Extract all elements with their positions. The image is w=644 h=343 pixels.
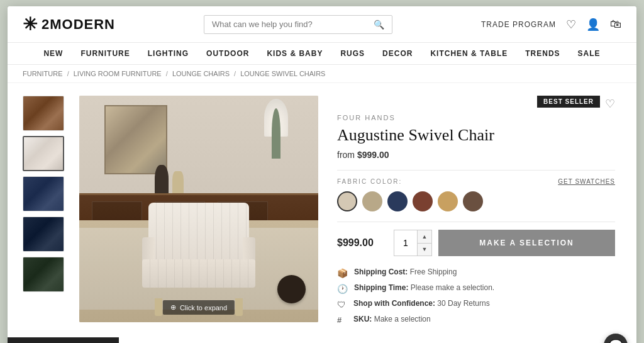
expand-icon: ⊕ (170, 303, 176, 312)
breadcrumb: FURNITURE / LIVING ROOM FURNITURE / LOUN… (8, 65, 636, 83)
swatch-rust[interactable] (413, 191, 433, 211)
breadcrumb-furniture[interactable]: FURNITURE (23, 70, 63, 77)
chat-icon: 💬 (609, 339, 623, 343)
wishlist-icon[interactable]: ♡ (566, 18, 576, 31)
thumbnail-5[interactable] (23, 257, 64, 292)
badge-area: ♡ BEST SELLER (337, 96, 615, 114)
shipping-time-value: Please make a selection. (411, 283, 494, 292)
search-bar: 🔍 (204, 15, 392, 34)
logo-star-icon: ✳ (23, 14, 38, 35)
sku-icon: # (337, 315, 347, 325)
product-wishlist-icon[interactable]: ♡ (605, 97, 615, 111)
main-product-image[interactable]: ⊕ Click to expand (79, 96, 318, 322)
swatch-camel[interactable] (438, 191, 458, 211)
expand-button[interactable]: ⊕ Click to expand (163, 300, 235, 315)
shipping-cost-value: Free Shipping (410, 267, 457, 276)
add-to-cart-row: $999.00 ▲ ▼ MAKE A SELECTION (337, 230, 615, 256)
nav-item-decor[interactable]: DECOR (382, 49, 413, 58)
top-header: ✳ 2MODERN 🔍 TRADE PROGRAM ♡ 👤 🛍 (8, 6, 636, 43)
meta-sku: # SKU: Make a selection (337, 315, 615, 325)
confidence-value: 30 Day Returns (437, 299, 489, 308)
make-selection-button[interactable]: MAKE A SELECTION (438, 230, 615, 256)
promo-banner[interactable]: GET $50 OFF $400+ (8, 337, 119, 343)
logo-text: 2MODERN (42, 16, 115, 33)
nav-item-lighting[interactable]: LIGHTING (148, 49, 189, 58)
thumbnail-3[interactable] (23, 176, 64, 211)
fabric-color-label: FABRIC COLOR: GET SWATCHES (337, 178, 615, 185)
product-info: ♡ BEST SELLER FOUR HANDS Augustine Swive… (331, 96, 621, 325)
shipping-time-icon: 🕐 (337, 284, 348, 294)
expand-label: Click to expand (180, 304, 227, 312)
swatch-navy[interactable] (387, 191, 408, 211)
qty-decrement-button[interactable]: ▼ (418, 244, 431, 256)
logo[interactable]: ✳ 2MODERN (23, 14, 115, 35)
search-icon[interactable]: 🔍 (374, 20, 384, 30)
qty-increment-button[interactable]: ▲ (418, 230, 431, 244)
product-area: ⊕ Click to expand ♡ BEST SELLER FOUR HAN… (8, 83, 636, 337)
swatch-cream[interactable] (337, 191, 357, 211)
trade-program-link[interactable]: TRADE PROGRAM (481, 20, 556, 29)
breadcrumb-lounge-chairs[interactable]: LOUNGE CHAIRS (172, 70, 230, 77)
swatch-chocolate[interactable] (463, 191, 483, 211)
nav-item-furniture[interactable]: FURNITURE (80, 49, 130, 58)
quantity-input[interactable] (394, 230, 417, 256)
shipping-time-label: Shipping Time: (354, 283, 411, 292)
price-from: from $999.00 (337, 150, 615, 160)
product-meta: 📦 Shipping Cost: Free Shipping 🕐 Shippin… (337, 267, 615, 325)
swatch-taupe[interactable] (362, 191, 382, 211)
nav-item-outdoor[interactable]: OUTDOOR (206, 49, 249, 58)
meta-confidence: 🛡 Shop with Confidence: 30 Day Returns (337, 299, 615, 310)
cart-icon[interactable]: 🛍 (610, 18, 621, 31)
quantity-wrap: ▲ ▼ (394, 230, 432, 256)
nav-item-kitchen-table[interactable]: KITCHEN & TABLE (430, 49, 508, 58)
breadcrumb-swivel-chairs[interactable]: LOUNGE SWIVEL CHAIRS (240, 70, 325, 77)
best-seller-badge: BEST SELLER (537, 96, 600, 108)
meta-shipping-cost: 📦 Shipping Cost: Free Shipping (337, 267, 615, 278)
qty-stepper: ▲ ▼ (417, 230, 431, 256)
search-input[interactable] (212, 20, 369, 29)
nav-item-trends[interactable]: TRENDS (525, 49, 560, 58)
sku-value: Make a selection (374, 315, 431, 323)
thumbnail-4[interactable] (23, 216, 64, 252)
confidence-icon: 🛡 (337, 300, 347, 310)
nav-item-rugs[interactable]: RUGS (340, 49, 365, 58)
product-area-outer: ⊕ Click to expand ♡ BEST SELLER FOUR HAN… (8, 83, 636, 343)
price-display: $999.00 (337, 237, 387, 249)
thumbnail-list (23, 96, 67, 325)
header-right: TRADE PROGRAM ♡ 👤 🛍 (481, 18, 621, 31)
confidence-label: Shop with Confidence: (353, 299, 437, 308)
get-swatches-link[interactable]: GET SWATCHES (558, 178, 615, 185)
breadcrumb-living-room[interactable]: LIVING ROOM FURNITURE (74, 70, 162, 77)
nav-item-new[interactable]: NEW (43, 49, 63, 58)
color-swatches (337, 191, 615, 211)
main-nav: NEW FURNITURE LIGHTING OUTDOOR KIDS & BA… (8, 43, 636, 65)
nav-item-kids-baby[interactable]: KIDS & BABY (267, 49, 323, 58)
brand-name: FOUR HANDS (337, 114, 615, 121)
nav-item-sale[interactable]: SALE (578, 49, 601, 58)
price-prefix: from (337, 150, 357, 160)
thumbnail-2[interactable] (23, 136, 64, 171)
sku-label: SKU: (353, 315, 374, 323)
product-title: Augustine Swivel Chair (337, 125, 615, 145)
shipping-cost-icon: 📦 (337, 268, 348, 278)
meta-shipping-time: 🕐 Shipping Time: Please make a selection… (337, 283, 615, 294)
thumbnail-1[interactable] (23, 96, 64, 131)
price-value: $999.00 (357, 150, 389, 160)
shipping-cost-label: Shipping Cost: (354, 267, 410, 276)
account-icon[interactable]: 👤 (586, 18, 600, 31)
